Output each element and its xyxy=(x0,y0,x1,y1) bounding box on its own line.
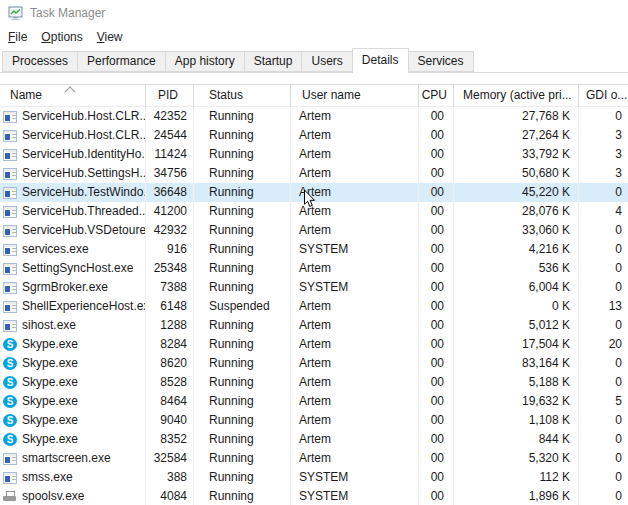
process-name-cell: Skype.exe xyxy=(0,392,145,411)
process-gdi-cell: 13 xyxy=(578,297,628,316)
process-row-shellexperiencehost-exe-6148[interactable]: ShellExperienceHost.exe6148SuspendedArte… xyxy=(0,297,628,316)
process-row-skype-exe-8620[interactable]: Skype.exe8620RunningArtem0083,164 K0 xyxy=(0,354,628,373)
menu-item-view[interactable]: View xyxy=(90,27,130,47)
column-divider[interactable] xyxy=(578,84,579,505)
default-exe-icon xyxy=(3,130,17,142)
process-row-servicehub-identityho--11424[interactable]: ServiceHub.IdentityHo...11424RunningArte… xyxy=(0,145,628,164)
column-header-pid[interactable]: PID xyxy=(145,85,193,106)
column-divider[interactable] xyxy=(145,84,146,505)
tab-details[interactable]: Details xyxy=(352,48,409,73)
process-row-servicehub-vsdetoure--42932[interactable]: ServiceHub.VSDetoure...42932RunningArtem… xyxy=(0,221,628,240)
process-row-smartscreen-exe-32584[interactable]: smartscreen.exe32584RunningArtem005,320 … xyxy=(0,449,628,468)
process-row-sgrmbroker-exe-7388[interactable]: SgrmBroker.exe7388RunningSYSTEM006,004 K… xyxy=(0,278,628,297)
column-header-gdi[interactable]: GDI o... xyxy=(578,85,628,106)
process-name: Skype.exe xyxy=(22,373,78,392)
process-status-cell: Running xyxy=(193,468,290,487)
process-row-services-exe-916[interactable]: services.exe916RunningSYSTEM004,216 K0 xyxy=(0,240,628,259)
process-memory-cell: 27,264 K xyxy=(453,126,578,145)
table-header: NamePIDStatusUser nameCPUMemory (active … xyxy=(0,84,628,107)
process-memory-cell: 5,188 K xyxy=(453,373,578,392)
process-user-cell: Artem xyxy=(290,373,418,392)
process-gdi-cell: 0 xyxy=(578,354,628,373)
column-header-memory[interactable]: Memory (active pri... xyxy=(453,85,578,106)
menu-item-file[interactable]: File xyxy=(1,27,34,47)
process-name: ShellExperienceHost.exe xyxy=(22,297,145,316)
process-gdi-cell: 0 xyxy=(578,259,628,278)
tab-app-history[interactable]: App history xyxy=(165,51,245,72)
process-gdi-cell: 3 xyxy=(578,164,628,183)
column-divider[interactable] xyxy=(418,84,419,505)
process-cpu-cell: 00 xyxy=(418,354,453,373)
process-status-cell: Running xyxy=(193,164,290,183)
process-name: Skype.exe xyxy=(22,354,78,373)
default-exe-icon xyxy=(3,244,17,256)
process-name-cell: ServiceHub.Threaded... xyxy=(0,202,145,221)
process-row-servicehub-host-clr--42352[interactable]: ServiceHub.Host.CLR....42352RunningArtem… xyxy=(0,107,628,126)
column-header-cpu[interactable]: CPU xyxy=(418,85,453,106)
process-row-spoolsv-exe-4084[interactable]: spoolsv.exe4084RunningSYSTEM001,896 K0 xyxy=(0,487,628,505)
skype-icon xyxy=(3,338,17,351)
tab-users[interactable]: Users xyxy=(301,51,352,72)
process-pid-cell: 8464 xyxy=(145,392,193,411)
process-status-cell: Running xyxy=(193,335,290,354)
default-exe-icon xyxy=(3,187,17,199)
process-row-skype-exe-8352[interactable]: Skype.exe8352RunningArtem00844 K0 xyxy=(0,430,628,449)
default-exe-icon xyxy=(3,111,17,123)
process-gdi-cell: 0 xyxy=(578,449,628,468)
column-divider[interactable] xyxy=(193,84,194,505)
menu-item-options[interactable]: Options xyxy=(34,27,89,47)
menu-accelerator: F xyxy=(8,30,15,44)
process-status-cell: Running xyxy=(193,449,290,468)
process-pid-cell: 42352 xyxy=(145,107,193,126)
process-status-cell: Running xyxy=(193,411,290,430)
tab-startup[interactable]: Startup xyxy=(244,51,303,72)
tab-processes[interactable]: Processes xyxy=(2,51,78,72)
process-gdi-cell: 0 xyxy=(578,487,628,505)
process-row-skype-exe-8284[interactable]: Skype.exe8284RunningArtem0017,504 K20 xyxy=(0,335,628,354)
process-pid-cell: 25348 xyxy=(145,259,193,278)
default-exe-icon xyxy=(3,225,17,237)
process-memory-cell: 33,792 K xyxy=(453,145,578,164)
process-gdi-cell: 0 xyxy=(578,411,628,430)
process-status-cell: Running xyxy=(193,240,290,259)
process-name: smss.exe xyxy=(22,468,73,487)
process-cpu-cell: 00 xyxy=(418,316,453,335)
process-memory-cell: 1,896 K xyxy=(453,487,578,505)
process-row-skype-exe-8464[interactable]: Skype.exe8464RunningArtem0019,632 K5 xyxy=(0,392,628,411)
process-memory-cell: 19,632 K xyxy=(453,392,578,411)
process-name-cell: ServiceHub.Host.CLR.... xyxy=(0,107,145,126)
tab-services[interactable]: Services xyxy=(408,51,474,72)
process-gdi-cell: 4 xyxy=(578,202,628,221)
tab-performance[interactable]: Performance xyxy=(77,51,166,72)
process-status-cell: Running xyxy=(193,221,290,240)
process-gdi-cell: 0 xyxy=(578,430,628,449)
process-pid-cell: 388 xyxy=(145,468,193,487)
process-gdi-cell: 0 xyxy=(578,278,628,297)
process-name-cell: Skype.exe xyxy=(0,373,145,392)
process-row-servicehub-threaded--41200[interactable]: ServiceHub.Threaded...41200RunningArtem0… xyxy=(0,202,628,221)
process-status-cell: Running xyxy=(193,354,290,373)
process-row-servicehub-settingsh--34756[interactable]: ServiceHub.SettingsH...34756RunningArtem… xyxy=(0,164,628,183)
title-bar: Task Manager xyxy=(0,0,628,26)
process-row-smss-exe-388[interactable]: smss.exe388RunningSYSTEM00112 K0 xyxy=(0,468,628,487)
default-exe-icon xyxy=(3,282,17,294)
process-cpu-cell: 00 xyxy=(418,259,453,278)
process-row-settingsynchost-exe-25348[interactable]: SettingSyncHost.exe25348RunningArtem0053… xyxy=(0,259,628,278)
process-row-skype-exe-8528[interactable]: Skype.exe8528RunningArtem005,188 K0 xyxy=(0,373,628,392)
default-exe-icon xyxy=(3,206,17,218)
process-row-skype-exe-9040[interactable]: Skype.exe9040RunningArtem001,108 K0 xyxy=(0,411,628,430)
process-cpu-cell: 00 xyxy=(418,468,453,487)
process-name: ServiceHub.Threaded... xyxy=(22,202,145,221)
process-memory-cell: 28,076 K xyxy=(453,202,578,221)
process-cpu-cell: 00 xyxy=(418,164,453,183)
column-header-status[interactable]: Status xyxy=(193,85,290,106)
process-name: Skype.exe xyxy=(22,392,78,411)
process-gdi-cell: 3 xyxy=(578,126,628,145)
process-row-sihost-exe-1288[interactable]: sihost.exe1288RunningArtem005,012 K0 xyxy=(0,316,628,335)
column-header-user[interactable]: User name xyxy=(290,85,418,106)
column-divider[interactable] xyxy=(453,84,454,505)
process-row-servicehub-host-clr--24544[interactable]: ServiceHub.Host.CLR....24544RunningArtem… xyxy=(0,126,628,145)
process-name: SettingSyncHost.exe xyxy=(22,259,133,278)
column-divider[interactable] xyxy=(290,84,291,505)
process-row-servicehub-testwindo--36648[interactable]: ServiceHub.TestWindo...36648RunningArtem… xyxy=(0,183,628,202)
